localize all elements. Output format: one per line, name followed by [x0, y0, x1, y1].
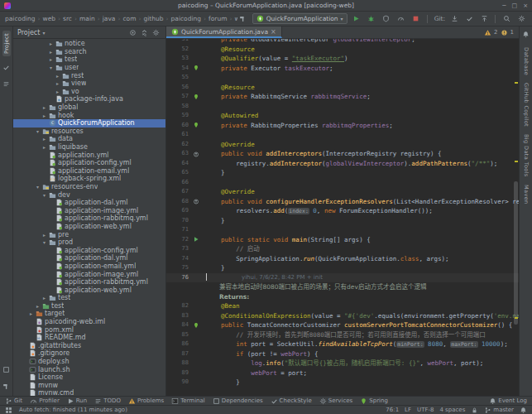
chevron-right-icon[interactable]: ▸: [55, 80, 60, 86]
tree-item[interactable]: README.md: [13, 334, 165, 342]
tool-stripe-github-copilot[interactable]: GitHub Copilot: [523, 83, 530, 127]
chevron-right-icon[interactable]: ▸: [41, 144, 47, 150]
profiler-button[interactable]: [395, 13, 407, 24]
breadcrumb-item[interactable]: main: [79, 15, 95, 22]
tree-item[interactable]: .gitattributes: [13, 342, 165, 350]
close-button[interactable]: ×: [523, 2, 528, 9]
code-line[interactable]: 60 private RabbitmqProperties rabbitmqPr…: [166, 121, 519, 131]
tool-window-event-log[interactable]: Event Log: [489, 397, 527, 405]
code-line[interactable]: 85 // 开发环境时，首先判断8080端口是否可用；若可用则直接使用，否则选择…: [166, 330, 519, 340]
tool-stripe-build[interactable]: [2, 383, 10, 392]
tool-stripe-notifications[interactable]: [522, 31, 530, 40]
chevron-down-icon[interactable]: ▾: [35, 184, 41, 190]
chevron-right-icon[interactable]: ▸: [28, 310, 34, 316]
code-line[interactable]: 54 private Executor taskExecutor;: [166, 64, 519, 74]
build-button[interactable]: [237, 13, 249, 24]
tool-stripe-big-data-tools[interactable]: Big Data Tools: [523, 134, 530, 177]
encoding-widget[interactable]: UTF-8: [417, 407, 434, 413]
breadcrumb-item[interactable]: java: [103, 15, 116, 22]
override-icon[interactable]: [193, 151, 199, 157]
breadcrumb-item[interactable]: paicoding: [5, 15, 36, 22]
tree-item[interactable]: ▸search: [13, 48, 165, 56]
tool-window-services[interactable]: Services: [319, 397, 353, 405]
tool-stripe-project[interactable]: Project: [2, 31, 11, 56]
run-configuration-selector[interactable]: QuickForumApplication▾: [252, 13, 347, 24]
code-line[interactable]: 55: [166, 73, 519, 83]
readonly-toggle[interactable]: [471, 407, 478, 414]
editor-scrollbar[interactable]: [513, 39, 519, 396]
code-line[interactable]: 65 }: [166, 168, 519, 178]
tool-window-profiler[interactable]: Profiler: [30, 397, 60, 405]
debug-button[interactable]: [366, 13, 377, 24]
tool-window-terminal[interactable]: Terminal: [171, 397, 205, 405]
run-with-coverage-button[interactable]: [381, 13, 392, 24]
tree-item[interactable]: ▸test: [13, 302, 165, 310]
tool-window-todo[interactable]: TODO: [94, 397, 121, 405]
warning-stripe-mark[interactable]: [515, 317, 518, 319]
chevron-right-icon[interactable]: ▸: [48, 41, 54, 46]
tree-item[interactable]: application.yml: [13, 151, 165, 159]
code-line[interactable]: 52 @Resource: [166, 45, 519, 55]
tree-item[interactable]: paicoding-web.iml: [13, 318, 165, 326]
code-line[interactable]: 67 @Override: [166, 187, 519, 197]
tree-item[interactable]: ▸target: [13, 310, 165, 318]
run-button[interactable]: [351, 13, 362, 24]
tree-item[interactable]: ▾resources-env: [13, 183, 165, 191]
push-button[interactable]: [478, 13, 490, 24]
bean-icon[interactable]: [193, 322, 199, 329]
breadcrumb-item[interactable]: paicoding: [171, 15, 202, 22]
code-line[interactable]: 84 public TomcatConnectorCustomizer cust…: [166, 320, 519, 330]
tool-stripe-favorites[interactable]: [2, 366, 10, 375]
tree-item[interactable]: deploy.sh: [13, 358, 165, 366]
update-project-button[interactable]: [448, 13, 460, 24]
tool-stripe-maven[interactable]: Maven: [523, 185, 530, 205]
chevron-down-icon[interactable]: ▾: [41, 192, 47, 198]
line-ending-widget[interactable]: LF: [405, 407, 411, 413]
tool-stripe-database[interactable]: Database: [523, 47, 530, 75]
chevron-right-icon[interactable]: ▸: [41, 232, 47, 238]
code-line[interactable]: 58: [166, 102, 519, 112]
tool-window-git[interactable]: Git: [5, 397, 22, 405]
code-line[interactable]: 87 if (port != webPort) {: [166, 349, 519, 359]
chevron-right-icon[interactable]: ▸: [41, 136, 47, 142]
run-icon[interactable]: [193, 236, 199, 243]
notifications-button[interactable]: [520, 407, 527, 414]
code-line[interactable]: 73 // 启动: [166, 244, 519, 254]
settings-button[interactable]: [515, 13, 527, 24]
code-line[interactable]: 53 @Qualifier(value = "taskExecutor"): [166, 54, 519, 64]
collapse-all-button[interactable]: [138, 27, 150, 38]
tree-item[interactable]: pom.xml: [13, 325, 165, 334]
tree-item[interactable]: application-rabbitmq.yml: [13, 214, 165, 223]
chevron-right-icon[interactable]: ▸: [41, 113, 47, 118]
tool-window-run[interactable]: Run: [67, 397, 87, 405]
tree-item[interactable]: application-dal.yml: [13, 199, 165, 207]
close-tab-icon[interactable]: ×: [271, 28, 276, 36]
git-branch-widget[interactable]: master: [484, 407, 514, 414]
tree-item[interactable]: ▸global: [13, 104, 165, 112]
tree-item[interactable]: ▸rest: [13, 71, 165, 79]
tree-item[interactable]: .gitignore: [13, 349, 165, 358]
indent-widget[interactable]: 4 spaces: [439, 407, 465, 413]
tree-item[interactable]: ▸vo: [13, 88, 165, 96]
code-line[interactable]: 83 @ConditionalOnExpression(value = "#{'…: [166, 311, 519, 321]
code-line[interactable]: 61: [166, 130, 519, 140]
tree-item[interactable]: application-config.yml: [13, 246, 165, 254]
code-line[interactable]: 86 int port = SocketUtil.findAvailableTc…: [166, 339, 519, 349]
stop-button[interactable]: [410, 13, 422, 24]
chevron-down-icon[interactable]: ▾: [48, 65, 54, 70]
tree-item[interactable]: application-email.yml: [13, 167, 165, 176]
code-line[interactable]: 89 webPort = port;: [166, 368, 519, 378]
tree-item[interactable]: application-web.yml: [13, 286, 165, 294]
tool-window-dependencies[interactable]: Dependencies: [213, 397, 263, 405]
code-line[interactable]: 82 @Bean: [166, 301, 519, 311]
tree-item[interactable]: ▸hook: [13, 111, 165, 119]
code-line[interactable]: 70 }: [166, 216, 519, 226]
inspections-widget[interactable]: 2 1: [479, 26, 519, 38]
breadcrumb-item[interactable]: web: [43, 15, 56, 22]
code-line[interactable]: 62 @Override: [166, 140, 519, 150]
tree-item[interactable]: package-info.java: [13, 95, 165, 104]
tree-item[interactable]: application-rabbitmq.yml: [13, 278, 165, 286]
chevron-right-icon[interactable]: ▸: [55, 73, 60, 79]
tree-item[interactable]: ▸test: [13, 55, 165, 64]
tab-quickforumapplication[interactable]: QuickForumApplication.java ×: [166, 26, 282, 38]
